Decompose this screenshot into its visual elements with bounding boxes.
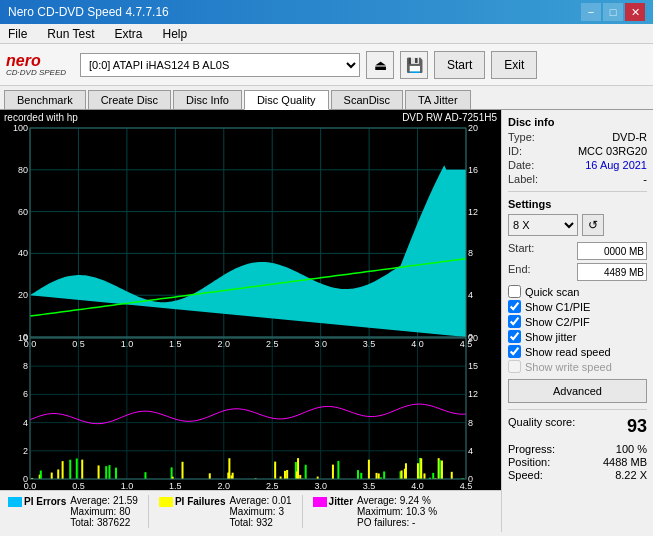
menu-help[interactable]: Help (159, 25, 192, 43)
position-value: 4488 MB (603, 456, 647, 468)
pie-stats: Average: 21.59 Maximum: 80 Total: 387622 (70, 495, 138, 528)
speed-label: Speed: (508, 469, 543, 481)
disc-id-row: ID: MCC 03RG20 (508, 145, 647, 157)
eject-button[interactable]: ⏏ (366, 51, 394, 79)
divider2 (302, 495, 303, 528)
quality-score-label: Quality score: (508, 416, 575, 437)
window-controls: − □ ✕ (581, 3, 645, 21)
title-bar: Nero CD-DVD Speed 4.7.7.16 − □ ✕ (0, 0, 653, 24)
show-read-speed-label: Show read speed (525, 346, 611, 358)
pie-legend: PI Errors (8, 495, 66, 528)
divider-info-settings (508, 191, 647, 192)
pif-avg-label: Average: (229, 495, 269, 506)
speed-row2: Speed: 8.22 X (508, 469, 647, 481)
tab-benchmark[interactable]: Benchmark (4, 90, 86, 109)
show-c1pie-checkbox[interactable] (508, 300, 521, 313)
quick-scan-checkbox[interactable] (508, 285, 521, 298)
maximize-button[interactable]: □ (603, 3, 623, 21)
progress-row: Progress: 100 % (508, 443, 647, 455)
menu-extra[interactable]: Extra (110, 25, 146, 43)
disc-date-row: Date: 16 Aug 2021 (508, 159, 647, 171)
exit-button[interactable]: Exit (491, 51, 537, 79)
logo: nero CD·DVD SPEED (6, 53, 66, 77)
position-row: Position: 4488 MB (508, 456, 647, 468)
pif-label: PI Failures (175, 496, 226, 507)
tab-create-disc[interactable]: Create Disc (88, 90, 171, 109)
pif-legend: PI Failures (159, 495, 226, 528)
minimize-button[interactable]: − (581, 3, 601, 21)
show-read-speed-row: Show read speed (508, 345, 647, 358)
settings-title: Settings (508, 198, 647, 210)
pif-max-label: Maximum: (229, 506, 275, 517)
nero-logo: nero (6, 53, 41, 69)
pie-avg-label: Average: (70, 495, 110, 506)
show-jitter-checkbox[interactable] (508, 330, 521, 343)
disc-type-label: Type: (508, 131, 535, 143)
save-button[interactable]: 💾 (400, 51, 428, 79)
menu-run-test[interactable]: Run Test (43, 25, 98, 43)
pie-max-label: Maximum: (70, 506, 116, 517)
speed-row: 8 X ↺ (508, 214, 647, 236)
tab-scan-disc[interactable]: ScanDisc (331, 90, 403, 109)
refresh-button[interactable]: ↺ (582, 214, 604, 236)
menu-bar: File Run Test Extra Help (0, 24, 653, 44)
app-title: Nero CD-DVD Speed 4.7.7.16 (8, 5, 169, 19)
jitter-po-label: PO failures: (357, 517, 409, 528)
start-button[interactable]: Start (434, 51, 485, 79)
pie-color-box (8, 497, 22, 507)
show-c1pie-row: Show C1/PIE (508, 300, 647, 313)
show-write-speed-checkbox (508, 360, 521, 373)
disc-type-row: Type: DVD-R (508, 131, 647, 143)
tab-ta-jitter[interactable]: TA Jitter (405, 90, 471, 109)
start-mb-input[interactable] (577, 242, 647, 260)
close-button[interactable]: ✕ (625, 3, 645, 21)
pif-total-value: 932 (256, 517, 273, 528)
end-mb-input[interactable] (577, 263, 647, 281)
advanced-button[interactable]: Advanced (508, 379, 647, 403)
disc-date-label: Date: (508, 159, 534, 171)
disc-info-title: Disc info (508, 116, 647, 128)
main-chart-canvas (0, 110, 501, 490)
end-mb-row: End: (508, 263, 647, 281)
right-panel: Disc info Type: DVD-R ID: MCC 03RG20 Dat… (501, 110, 653, 532)
position-label: Position: (508, 456, 550, 468)
nero-sub: CD·DVD SPEED (6, 69, 66, 77)
quick-scan-label: Quick scan (525, 286, 579, 298)
disc-label-row: Label: - (508, 173, 647, 185)
jitter-color-box (313, 497, 327, 507)
tab-disc-info[interactable]: Disc Info (173, 90, 242, 109)
speed-select[interactable]: 8 X (508, 214, 578, 236)
chart-section: recorded with hp DVD RW AD-7251H5 PI Err… (0, 110, 501, 532)
disc-label-label: Label: (508, 173, 538, 185)
chart-recorded: recorded with hp (4, 112, 78, 123)
show-write-speed-label: Show write speed (525, 361, 612, 373)
pie-total-label: Total: (70, 517, 94, 528)
pie-avg-value: 21.59 (113, 495, 138, 506)
show-read-speed-checkbox[interactable] (508, 345, 521, 358)
show-c2pif-checkbox[interactable] (508, 315, 521, 328)
show-jitter-row: Show jitter (508, 330, 647, 343)
jitter-avg-label: Average: (357, 495, 397, 506)
quality-score-value: 93 (627, 416, 647, 437)
tab-bar: Benchmark Create Disc Disc Info Disc Qua… (0, 86, 653, 110)
drive-select[interactable]: [0:0] ATAPI iHAS124 B AL0S (80, 53, 360, 77)
main-content: recorded with hp DVD RW AD-7251H5 PI Err… (0, 110, 653, 532)
pie-max-value: 80 (119, 506, 130, 517)
divider-settings-quality (508, 409, 647, 410)
tab-disc-quality[interactable]: Disc Quality (244, 90, 329, 110)
show-c2pif-row: Show C2/PIF (508, 315, 647, 328)
progress-section: Progress: 100 % Position: 4488 MB Speed:… (508, 443, 647, 481)
pif-avg-value: 0.01 (272, 495, 291, 506)
jitter-max-value: 10.3 % (406, 506, 437, 517)
quality-score-row: Quality score: 93 (508, 416, 647, 437)
pif-stats: Average: 0.01 Maximum: 3 Total: 932 (229, 495, 291, 528)
jitter-avg-value: 9.24 % (400, 495, 431, 506)
toolbar: nero CD·DVD SPEED [0:0] ATAPI iHAS124 B … (0, 44, 653, 86)
show-write-speed-row: Show write speed (508, 360, 647, 373)
pie-total-value: 387622 (97, 517, 130, 528)
menu-file[interactable]: File (4, 25, 31, 43)
start-mb-row: Start: (508, 242, 647, 260)
disc-type-value: DVD-R (612, 131, 647, 143)
jitter-max-label: Maximum: (357, 506, 403, 517)
quick-scan-row: Quick scan (508, 285, 647, 298)
